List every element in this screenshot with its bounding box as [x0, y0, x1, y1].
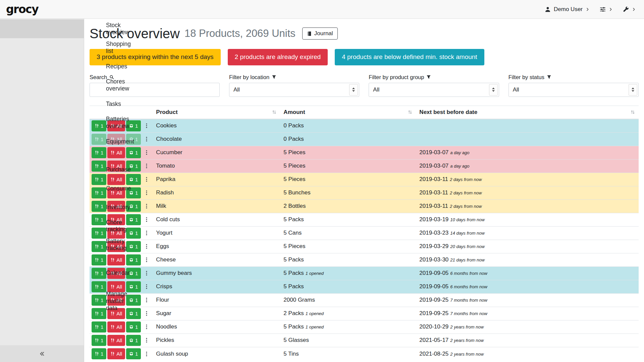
open-one-button[interactable]: 1: [126, 348, 141, 359]
consume-all-button[interactable]: All: [107, 335, 125, 346]
location-filter-select[interactable]: All: [229, 83, 359, 97]
row-menu-button[interactable]: [144, 244, 149, 249]
filter-icon: [426, 75, 431, 79]
sort-icon: [630, 110, 635, 115]
consume-one-button[interactable]: 1: [92, 201, 106, 212]
sidebar-item-chore-tracking[interactable]: Chore tracking: [0, 217, 84, 235]
tasks-icon: [91, 110, 102, 117]
row-menu-button[interactable]: [144, 324, 149, 329]
consume-all-button[interactable]: All: [107, 147, 125, 158]
journal-button[interactable]: Journal: [302, 27, 338, 40]
consume-one-button[interactable]: 1: [92, 321, 106, 333]
sidebar-item-label: Purchase: [106, 166, 131, 173]
date-note: 2 years from now: [450, 338, 484, 343]
select-arrow-icon: [489, 84, 498, 96]
battery-icon: [91, 128, 102, 136]
product-group-filter-select[interactable]: All: [369, 83, 499, 97]
box-open-icon: [129, 124, 133, 128]
row-menu-button[interactable]: [144, 163, 149, 169]
product-best-before: 2021-08-252 years from now: [416, 347, 639, 360]
sliders-icon: [600, 6, 606, 12]
sidebar-item-inventory[interactable]: Inventory: [0, 198, 84, 217]
calendar-icon: [91, 279, 102, 286]
open-one-button[interactable]: 1: [126, 335, 141, 346]
kebab-icon: [144, 270, 149, 276]
product-amount: 0 Packs: [280, 119, 416, 133]
row-menu-button[interactable]: [144, 338, 149, 343]
open-one-button[interactable]: 1: [126, 174, 141, 185]
open-one-button[interactable]: 1: [126, 308, 141, 319]
utensils-icon: [95, 325, 99, 329]
consume-all-button[interactable]: All: [107, 254, 125, 265]
status-filter-select[interactable]: All: [508, 83, 639, 97]
sidebar-item-chores-overview[interactable]: Chores overview: [0, 76, 84, 95]
sidebar-item-recipes[interactable]: Recipes: [0, 57, 84, 76]
box-open-icon: [129, 258, 133, 262]
admin-menu[interactable]: [623, 6, 636, 12]
consume-one-button[interactable]: 1: [92, 335, 106, 346]
open-one-button[interactable]: 1: [126, 295, 141, 306]
sidebar-item-purchase[interactable]: Purchase: [0, 160, 84, 179]
wrench-icon: [623, 6, 629, 12]
product-column-header[interactable]: Product: [153, 106, 280, 119]
product-amount: 5 Bunches: [280, 186, 416, 199]
sidebar-item-consume[interactable]: Consume: [0, 179, 84, 198]
row-menu-button[interactable]: [144, 150, 149, 155]
row-menu-button[interactable]: [144, 136, 149, 142]
sidebar-item-batteries-overview[interactable]: Batteries overview: [0, 113, 84, 132]
stock-row: 1All1Crisps5 Packs2019-09-056 months fro…: [90, 280, 639, 293]
stock-row: 1All1Paprika5 Pieces2019-03-112 days fro…: [90, 173, 639, 186]
utensils-icon: [95, 298, 99, 302]
consume-one-button[interactable]: 1: [92, 295, 106, 306]
open-one-button[interactable]: 1: [126, 147, 141, 158]
row-menu-button[interactable]: [144, 190, 149, 195]
consume-one-button[interactable]: 1: [92, 348, 106, 359]
consume-one-button[interactable]: 1: [92, 268, 106, 279]
product-best-before: 2020-10-292 years from now: [416, 320, 639, 334]
alert-info-button[interactable]: 4 products are below defined min. stock …: [335, 49, 484, 65]
user-menu[interactable]: Demo User: [545, 6, 590, 13]
consume-all-button[interactable]: All: [107, 174, 125, 185]
open-one-button[interactable]: 1: [126, 281, 141, 292]
sidebar-collapse-button[interactable]: [0, 345, 84, 362]
product-amount: 5 Packs1 opened: [280, 320, 416, 334]
open-one-button[interactable]: 1: [126, 228, 141, 239]
app-logo[interactable]: grocy: [6, 3, 38, 16]
sidebar-item-calendar[interactable]: Calendar: [0, 263, 84, 282]
open-one-button[interactable]: 1: [126, 214, 141, 225]
row-menu-button[interactable]: [144, 351, 149, 357]
stock-row: 1All1Flour2000 Grams2019-09-257 months f…: [90, 293, 639, 307]
sidebar-item-battery-tracking[interactable]: Battery tracking: [0, 235, 84, 254]
product-name: Radish: [153, 186, 280, 199]
row-menu-button[interactable]: [144, 177, 149, 182]
row-menu-button[interactable]: [144, 217, 149, 222]
open-one-button[interactable]: 1: [126, 241, 141, 252]
open-one-button[interactable]: 1: [126, 321, 141, 333]
amount-column-header[interactable]: Amount: [280, 106, 416, 119]
consume-all-button[interactable]: All: [107, 321, 125, 333]
product-best-before: 2021-05-172 years from now: [416, 334, 639, 347]
product-name: Tomato: [153, 159, 280, 173]
consume-all-button[interactable]: All: [107, 348, 125, 359]
sidebar-item-stock-overview[interactable]: Stock overview: [0, 19, 84, 38]
sidebar-item-manage-master-data[interactable]: Manage master data: [0, 292, 84, 310]
row-menu-button[interactable]: [144, 270, 149, 276]
consume-one-button[interactable]: 1: [92, 161, 106, 172]
sidebar-item-equipment[interactable]: Equipment: [0, 132, 84, 151]
product-best-before: [416, 132, 639, 146]
row-menu-button[interactable]: [144, 284, 149, 289]
quick-settings-menu[interactable]: [600, 6, 613, 12]
product-best-before: 2019-03-112 days from now: [416, 186, 639, 199]
sidebar-item-tasks[interactable]: Tasks: [0, 95, 84, 113]
row-menu-button[interactable]: [144, 203, 149, 209]
row-menu-button[interactable]: [144, 123, 149, 128]
row-menu-button[interactable]: [144, 257, 149, 262]
best-before-column-header[interactable]: Next best before date: [416, 106, 639, 119]
row-menu-button[interactable]: [144, 311, 149, 316]
row-menu-button[interactable]: [144, 230, 149, 236]
row-menu-button[interactable]: [144, 297, 149, 303]
stock-row: 1All1Cookies0 Packs: [90, 119, 639, 133]
alert-danger-button[interactable]: 2 products are already expired: [228, 49, 328, 65]
sidebar-item-shopping-list[interactable]: Shopping list: [0, 38, 84, 57]
open-one-button[interactable]: 1: [126, 254, 141, 265]
